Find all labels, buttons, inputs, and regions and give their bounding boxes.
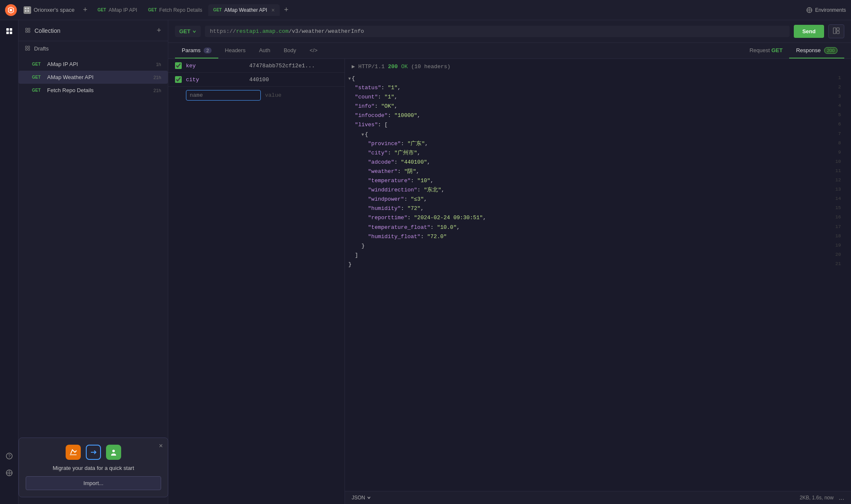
method-dropdown-icon xyxy=(192,29,196,34)
http-response-info: ▶ HTTP/1.1 200 OK (10 headers) xyxy=(345,59,851,74)
svg-point-25 xyxy=(112,450,115,452)
collapse-icon[interactable]: ▶ xyxy=(352,63,355,70)
json-line-7: ▼{ 7 xyxy=(345,130,851,139)
json-line-3: "count": "1", 3 xyxy=(345,93,851,102)
request-item-amap-weather[interactable]: GET AMap Weather API 21h xyxy=(19,71,168,84)
tab-auth[interactable]: Auth xyxy=(252,43,277,58)
response-panel: ▶ HTTP/1.1 200 OK (10 headers) ▼{ 1 "st xyxy=(345,59,851,504)
notif-icon-orange xyxy=(66,445,81,460)
tab-close-icon[interactable]: × xyxy=(271,7,275,13)
drafts-header[interactable]: Drafts xyxy=(19,41,168,56)
json-line-2: "status": "1", 2 xyxy=(345,83,851,93)
line-num-6: 6 xyxy=(827,120,841,130)
json-line-18: "humidity_float": "72.0" 18 xyxy=(345,232,851,241)
svg-rect-3 xyxy=(27,8,29,9)
collapse-icon-7[interactable]: ▼ xyxy=(361,133,364,137)
svg-rect-19 xyxy=(28,31,30,32)
tab-response-200[interactable]: Response 200 xyxy=(789,43,844,58)
workspace-selector[interactable]: Orionxer's space xyxy=(20,5,78,16)
layout-toggle-button[interactable] xyxy=(828,24,844,38)
request-item-fetch-repo[interactable]: GET Fetch Repo Details 21h xyxy=(19,84,168,97)
sidebar-help-icon[interactable]: ? xyxy=(3,450,15,462)
svg-rect-5 xyxy=(27,10,29,12)
drafts-label: Drafts xyxy=(34,45,49,52)
json-line-20: ] 20 xyxy=(345,251,851,260)
collapse-icon-1[interactable]: ▼ xyxy=(348,77,351,81)
notif-icon-green xyxy=(106,445,121,460)
tab-body[interactable]: Body xyxy=(277,43,303,58)
line-num-16: 16 xyxy=(827,213,841,223)
notification-icons xyxy=(26,445,161,460)
response-more-btn[interactable]: ... xyxy=(839,494,844,501)
line-num-12: 12 xyxy=(827,176,841,186)
line-num-5: 5 xyxy=(827,111,841,120)
request-method-badge: GET xyxy=(32,75,44,80)
json-line-content: "info": "OK", xyxy=(348,102,827,111)
line-num-2: 2 xyxy=(827,83,841,93)
svg-rect-23 xyxy=(28,49,30,50)
format-selector[interactable]: JSON xyxy=(352,495,371,501)
tab-request-get[interactable]: Request GET xyxy=(743,43,790,58)
json-line-content: "windpower": "≤3", xyxy=(348,195,827,204)
svg-rect-18 xyxy=(26,31,27,32)
svg-rect-22 xyxy=(26,49,27,50)
param-key-checkbox[interactable] xyxy=(175,62,182,69)
request-name-label: AMap IP API xyxy=(47,61,153,67)
line-num-8: 8 xyxy=(827,139,841,149)
method-selector[interactable]: GET xyxy=(175,26,201,37)
line-num-14: 14 xyxy=(827,195,841,204)
tab-headers[interactable]: Headers xyxy=(218,43,252,58)
add-collection-icon[interactable]: + xyxy=(156,26,161,35)
app-logo xyxy=(5,4,17,16)
param-name-input[interactable] xyxy=(186,90,261,101)
url-display[interactable]: https://restapi.amap.com/v3/weather/weat… xyxy=(205,26,790,37)
topbar-right: Environments xyxy=(806,7,846,13)
tab-fetch-repo-details[interactable]: GET Fetch Repo Details xyxy=(143,5,207,16)
svg-rect-20 xyxy=(26,46,27,48)
sidebar-home-icon[interactable] xyxy=(3,25,15,37)
response-stats: 2KB, 1.6s, now xyxy=(800,495,834,501)
params-panel: key 47478abb752cf12e1... city 440100 val… xyxy=(168,59,345,504)
json-line-12: "temperature": "10", 12 xyxy=(345,176,851,186)
request-time-label: 1h xyxy=(156,62,161,67)
request-method-badge: GET xyxy=(32,88,44,93)
main-content: GET https://restapi.amap.com/v3/weather/… xyxy=(168,20,851,504)
json-line-5: "infocode": "10000", 5 xyxy=(345,111,851,120)
request-list: GET AMap IP API 1h GET AMap Weather API … xyxy=(19,56,168,98)
response-bottom-bar: JSON 2KB, 1.6s, now ... xyxy=(345,491,851,504)
environments-btn[interactable]: Environments xyxy=(806,7,846,13)
collection-header[interactable]: Collection + xyxy=(19,20,168,41)
sidebar-globe-icon[interactable] xyxy=(3,467,15,479)
tab-amap-weather-api[interactable]: GET AMap Weather API × xyxy=(208,4,280,16)
tab-amap-ip-api[interactable]: GET AMap IP API xyxy=(93,5,142,16)
json-line-content: "city": "广州市", xyxy=(348,149,827,158)
json-line-content: "temperature": "10", xyxy=(348,176,827,186)
notif-icon-blue xyxy=(86,445,101,460)
line-num-9: 9 xyxy=(827,149,841,158)
json-line-content: "lives": [ xyxy=(348,120,827,130)
json-line-16: "reporttime": "2024-02-24 09:30:51", 16 xyxy=(345,213,851,223)
param-row-city: city 440100 xyxy=(168,73,345,87)
json-line-14: "windpower": "≤3", 14 xyxy=(345,195,851,204)
import-button[interactable]: Import... xyxy=(26,476,161,490)
param-new-row: value xyxy=(168,87,345,104)
json-line-content: "reporttime": "2024-02-24 09:30:51", xyxy=(348,213,827,223)
json-line-content: "weather": "阴", xyxy=(348,167,827,176)
json-line-11: "weather": "阴", 11 xyxy=(345,167,851,176)
new-tab-btn[interactable]: + xyxy=(281,4,292,16)
param-key-value[interactable]: 47478abb752cf12e1... xyxy=(249,63,338,69)
param-city-checkbox[interactable] xyxy=(175,76,182,83)
send-button[interactable]: Send xyxy=(794,25,824,38)
drafts-grid-icon xyxy=(25,46,31,51)
notification-close-icon[interactable]: × xyxy=(159,442,163,450)
tab-code[interactable]: </> xyxy=(303,43,324,58)
tab-params[interactable]: Params 2 xyxy=(175,43,218,58)
new-tab-left-btn[interactable]: + xyxy=(81,4,89,16)
svg-text:?: ? xyxy=(8,454,11,459)
method-label: GET xyxy=(179,28,191,34)
param-city-value[interactable]: 440100 xyxy=(249,77,338,83)
param-key-label: key xyxy=(186,63,245,69)
url-protocol: https:// xyxy=(210,28,236,34)
request-item-amap-ip[interactable]: GET AMap IP API 1h xyxy=(19,58,168,71)
json-line-1: ▼{ 1 xyxy=(345,74,851,83)
